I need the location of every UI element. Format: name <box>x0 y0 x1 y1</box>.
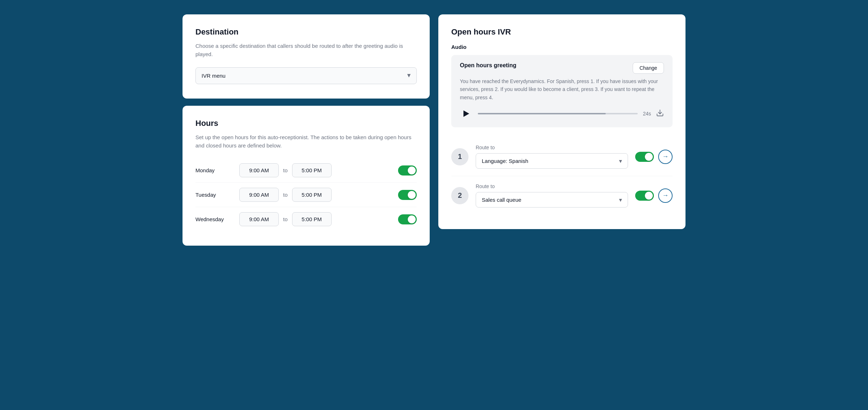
audio-progress-fill <box>478 113 606 114</box>
hours-row-monday: Monday 9:00 AM to 5:00 PM <box>195 158 417 183</box>
destination-select-wrapper: IVR menu Sales call queue Support call q… <box>195 67 417 84</box>
ivr-title: Open hours IVR <box>451 27 673 37</box>
destination-select[interactable]: IVR menu Sales call queue Support call q… <box>195 67 417 84</box>
route-select-1[interactable]: Language: Spanish Language: English Sale… <box>476 153 628 169</box>
hours-row-wednesday: Wednesday 9:00 AM to 5:00 PM <box>195 207 417 231</box>
start-time-wednesday[interactable]: 9:00 AM <box>239 212 279 226</box>
toggle-spacer-wednesday <box>336 214 417 224</box>
route-row-2: 2 Route to Language: Spanish Language: E… <box>451 176 673 215</box>
end-time-wednesday[interactable]: 5:00 PM <box>292 212 332 226</box>
audio-card-header: Open hours greeting Change <box>460 62 664 74</box>
hours-title: Hours <box>195 119 417 128</box>
end-time-tuesday[interactable]: 5:00 PM <box>292 188 332 202</box>
route-arrow-button-1[interactable]: → <box>658 150 673 164</box>
route-select-wrapper-1: Language: Spanish Language: English Sale… <box>476 153 628 169</box>
hours-card: Hours Set up the open hours for this aut… <box>183 106 430 246</box>
route-actions-1: → <box>635 150 673 164</box>
route-label-1: Route to <box>476 145 628 150</box>
audio-progress-bar[interactable] <box>478 113 638 114</box>
route-select-2[interactable]: Language: Spanish Language: English Sale… <box>476 192 628 208</box>
audio-script-text: You have reached the Everydynamics. For … <box>460 77 664 101</box>
ivr-panel: Open hours IVR Audio Open hours greeting… <box>438 14 685 229</box>
route-content-2: Route to Language: Spanish Language: Eng… <box>476 183 628 208</box>
end-time-monday[interactable]: 5:00 PM <box>292 163 332 177</box>
hours-row-tuesday: Tuesday 9:00 AM to 5:00 PM <box>195 183 417 207</box>
toggle-tuesday[interactable] <box>398 190 417 200</box>
play-icon <box>463 110 469 117</box>
route-select-wrapper-2: Language: Spanish Language: English Sale… <box>476 192 628 208</box>
destination-description: Choose a specific destination that calle… <box>195 42 417 59</box>
route-actions-2: → <box>635 188 673 203</box>
day-label-wednesday: Wednesday <box>195 216 235 222</box>
hours-description: Set up the open hours for this auto-rece… <box>195 133 417 150</box>
audio-controls: 24s <box>460 107 664 120</box>
left-column: Destination Choose a specific destinatio… <box>183 14 430 246</box>
route-row-1: 1 Route to Language: Spanish Language: E… <box>451 137 673 176</box>
route-toggle-2[interactable] <box>635 191 654 201</box>
toggle-spacer-monday <box>336 165 417 176</box>
toggle-wednesday[interactable] <box>398 214 417 224</box>
route-content-1: Route to Language: Spanish Language: Eng… <box>476 145 628 169</box>
download-icon[interactable] <box>656 109 664 119</box>
audio-duration: 24s <box>643 111 651 117</box>
toggle-spacer-tuesday <box>336 190 417 200</box>
toggle-monday[interactable] <box>398 165 417 176</box>
to-label-tuesday: to <box>283 192 288 198</box>
route-toggle-1[interactable] <box>635 152 654 162</box>
route-number-2: 2 <box>451 187 468 204</box>
day-label-monday: Monday <box>195 167 235 173</box>
destination-title: Destination <box>195 27 417 37</box>
start-time-tuesday[interactable]: 9:00 AM <box>239 188 279 202</box>
audio-greeting-title: Open hours greeting <box>460 62 516 69</box>
change-audio-button[interactable]: Change <box>633 62 664 74</box>
route-arrow-button-2[interactable]: → <box>658 188 673 203</box>
audio-card: Open hours greeting Change You have reac… <box>451 55 673 127</box>
route-number-1: 1 <box>451 148 468 165</box>
start-time-monday[interactable]: 9:00 AM <box>239 163 279 177</box>
play-button[interactable] <box>460 107 473 120</box>
route-label-2: Route to <box>476 183 628 189</box>
destination-card: Destination Choose a specific destinatio… <box>183 14 430 99</box>
audio-section-label: Audio <box>451 44 673 50</box>
main-layout: Destination Choose a specific destinatio… <box>183 14 685 246</box>
day-label-tuesday: Tuesday <box>195 192 235 198</box>
to-label-monday: to <box>283 167 288 173</box>
to-label-wednesday: to <box>283 216 288 222</box>
